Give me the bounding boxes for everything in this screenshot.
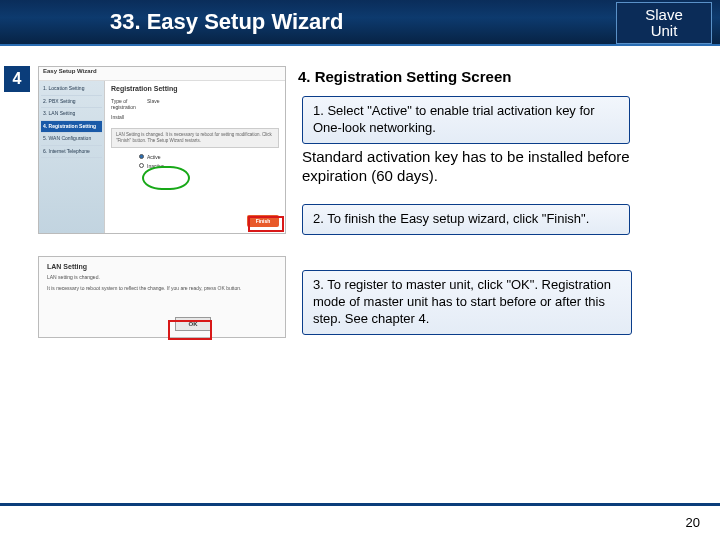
sidebar-item[interactable]: 5. WAN Configuration: [41, 133, 102, 146]
section-heading: 4. Registration Setting Screen: [298, 68, 511, 85]
finish-button[interactable]: Finish: [247, 215, 279, 227]
unit-type-badge: Slave Unit: [616, 2, 712, 44]
sidebar-item[interactable]: 3. LAN Setting: [41, 108, 102, 121]
sidebar-item-active[interactable]: 4. Registration Setting: [41, 121, 102, 134]
form-label: Install: [111, 114, 141, 120]
radio-active[interactable]: Active: [139, 154, 279, 160]
sidebar-item[interactable]: 6. Internet Telephone: [41, 146, 102, 159]
radio-label: Active: [147, 154, 161, 160]
callout-step1: 1. Select "Active" to enable trial activ…: [302, 96, 630, 144]
unit-type-line1: Slave: [645, 7, 683, 24]
sidebar-item[interactable]: 2. PBX Setting: [41, 96, 102, 109]
form-row: Install: [111, 114, 279, 120]
wizard-main-panel: Registration Setting Type of registratio…: [105, 81, 285, 233]
header-bar: 33. Easy Setup Wizard Slave Unit: [0, 0, 720, 46]
wizard-screenshot: Easy Setup Wizard 1. Location Setting 2.…: [38, 66, 286, 234]
wizard-window-title: Easy Setup Wizard: [39, 67, 285, 81]
wizard-panel-title: Registration Setting: [111, 85, 279, 92]
form-label: Type of registration: [111, 98, 141, 110]
radio-icon: [139, 154, 144, 159]
dialog-text: It is necessary to reboot system to refl…: [47, 285, 277, 292]
page-title: 33. Easy Setup Wizard: [110, 9, 343, 35]
radio-label: Inactive: [147, 163, 164, 169]
radio-inactive[interactable]: Inactive: [139, 163, 279, 169]
wizard-sidebar: 1. Location Setting 2. PBX Setting 3. LA…: [39, 81, 105, 233]
callout-step3: 3. To register to master unit, click "OK…: [302, 270, 632, 335]
wizard-info-box: LAN Setting is changed. It is necessary …: [111, 128, 279, 148]
activation-radio-group: Active Inactive: [111, 154, 279, 169]
form-value: Slave: [147, 98, 160, 110]
dialog-screenshot: LAN Setting LAN setting is changed. It i…: [38, 256, 286, 338]
footer-rule: [0, 503, 720, 506]
callout-step2: 2. To finish the Easy setup wizard, clic…: [302, 204, 630, 235]
form-row: Type of registration Slave: [111, 98, 279, 110]
sidebar-item[interactable]: 1. Location Setting: [41, 83, 102, 96]
radio-icon: [139, 163, 144, 168]
ok-button[interactable]: OK: [175, 317, 211, 331]
standard-key-note: Standard activation key has to be instal…: [302, 148, 632, 186]
step-number-badge: 4: [4, 66, 30, 92]
dialog-title: LAN Setting: [47, 263, 277, 270]
page-number: 20: [686, 515, 700, 530]
dialog-text: LAN setting is changed.: [47, 274, 277, 281]
unit-type-line2: Unit: [651, 23, 678, 40]
